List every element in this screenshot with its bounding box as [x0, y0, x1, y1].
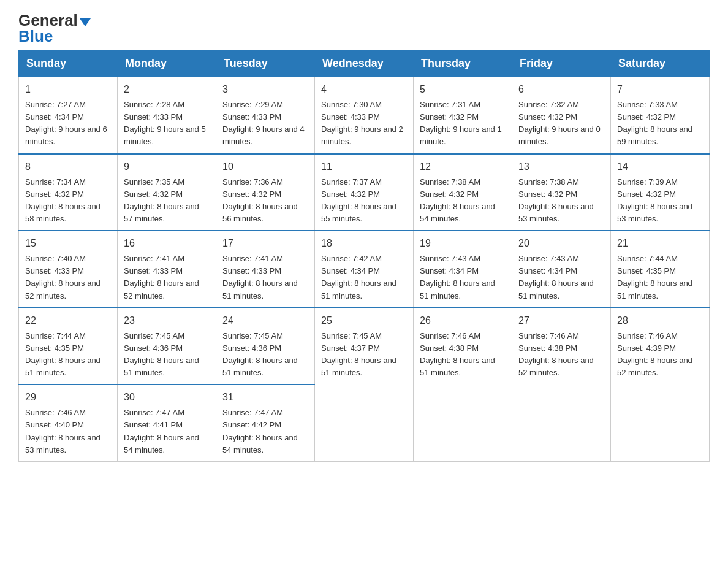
- day-number: 22: [25, 313, 111, 328]
- calendar-day-cell: 2 Sunrise: 7:28 AM Sunset: 4:33 PM Dayli…: [118, 77, 216, 154]
- day-info: Sunrise: 7:28 AM Sunset: 4:33 PM Dayligh…: [124, 99, 210, 148]
- day-number: 26: [420, 313, 506, 328]
- day-of-week-header: Saturday: [611, 51, 710, 77]
- calendar-day-cell: 20 Sunrise: 7:43 AM Sunset: 4:34 PM Dayl…: [512, 231, 611, 308]
- calendar-day-cell: 13 Sunrise: 7:38 AM Sunset: 4:32 PM Dayl…: [512, 154, 611, 231]
- day-of-week-header: Friday: [512, 51, 611, 77]
- day-number: 25: [321, 313, 407, 328]
- calendar-day-cell: 21 Sunrise: 7:44 AM Sunset: 4:35 PM Dayl…: [611, 231, 710, 308]
- calendar-table: SundayMondayTuesdayWednesdayThursdayFrid…: [18, 50, 710, 462]
- calendar-day-cell: 14 Sunrise: 7:39 AM Sunset: 4:32 PM Dayl…: [611, 154, 710, 231]
- day-info: Sunrise: 7:45 AM Sunset: 4:37 PM Dayligh…: [321, 330, 407, 380]
- calendar-day-cell: 24 Sunrise: 7:45 AM Sunset: 4:36 PM Dayl…: [216, 308, 315, 385]
- day-number: 1: [25, 82, 111, 97]
- calendar-day-cell: 26 Sunrise: 7:46 AM Sunset: 4:38 PM Dayl…: [414, 308, 512, 385]
- day-of-week-header: Sunday: [19, 51, 118, 77]
- calendar-day-cell: 29 Sunrise: 7:46 AM Sunset: 4:40 PM Dayl…: [19, 385, 118, 461]
- day-number: 3: [222, 82, 308, 97]
- calendar-empty-cell: [315, 385, 414, 461]
- calendar-header: SundayMondayTuesdayWednesdayThursdayFrid…: [19, 51, 710, 77]
- calendar-day-cell: 27 Sunrise: 7:46 AM Sunset: 4:38 PM Dayl…: [512, 308, 611, 385]
- calendar-day-cell: 18 Sunrise: 7:42 AM Sunset: 4:34 PM Dayl…: [315, 231, 414, 308]
- calendar-day-cell: 16 Sunrise: 7:41 AM Sunset: 4:33 PM Dayl…: [118, 231, 216, 308]
- calendar-day-cell: 15 Sunrise: 7:40 AM Sunset: 4:33 PM Dayl…: [19, 231, 118, 308]
- calendar-day-cell: 23 Sunrise: 7:45 AM Sunset: 4:36 PM Dayl…: [118, 308, 216, 385]
- day-number: 2: [124, 82, 210, 97]
- calendar-day-cell: 8 Sunrise: 7:34 AM Sunset: 4:32 PM Dayli…: [19, 154, 118, 231]
- calendar-day-cell: 7 Sunrise: 7:33 AM Sunset: 4:32 PM Dayli…: [611, 77, 710, 154]
- day-info: Sunrise: 7:38 AM Sunset: 4:32 PM Dayligh…: [518, 176, 604, 226]
- calendar-week-row: 15 Sunrise: 7:40 AM Sunset: 4:33 PM Dayl…: [19, 231, 710, 308]
- day-number: 7: [617, 82, 703, 97]
- day-number: 15: [25, 236, 111, 251]
- calendar-day-cell: 28 Sunrise: 7:46 AM Sunset: 4:39 PM Dayl…: [611, 308, 710, 385]
- day-number: 23: [124, 313, 210, 328]
- calendar-empty-cell: [414, 385, 512, 461]
- day-info: Sunrise: 7:42 AM Sunset: 4:34 PM Dayligh…: [321, 253, 407, 302]
- day-info: Sunrise: 7:46 AM Sunset: 4:38 PM Dayligh…: [420, 330, 506, 380]
- calendar-day-cell: 30 Sunrise: 7:47 AM Sunset: 4:41 PM Dayl…: [118, 385, 216, 461]
- calendar-day-cell: 4 Sunrise: 7:30 AM Sunset: 4:33 PM Dayli…: [315, 77, 414, 154]
- calendar-day-cell: 9 Sunrise: 7:35 AM Sunset: 4:32 PM Dayli…: [118, 154, 216, 231]
- calendar-day-cell: 5 Sunrise: 7:31 AM Sunset: 4:32 PM Dayli…: [414, 77, 512, 154]
- day-number: 21: [617, 236, 703, 251]
- day-of-week-header: Monday: [118, 51, 216, 77]
- day-info: Sunrise: 7:41 AM Sunset: 4:33 PM Dayligh…: [124, 253, 210, 302]
- day-info: Sunrise: 7:47 AM Sunset: 4:42 PM Dayligh…: [222, 407, 308, 456]
- day-info: Sunrise: 7:35 AM Sunset: 4:32 PM Dayligh…: [124, 176, 210, 226]
- logo-triangle-icon: [80, 18, 91, 26]
- day-info: Sunrise: 7:33 AM Sunset: 4:32 PM Dayligh…: [617, 99, 703, 148]
- day-info: Sunrise: 7:31 AM Sunset: 4:32 PM Dayligh…: [420, 99, 506, 148]
- day-info: Sunrise: 7:44 AM Sunset: 4:35 PM Dayligh…: [617, 253, 703, 302]
- calendar-day-cell: 6 Sunrise: 7:32 AM Sunset: 4:32 PM Dayli…: [512, 77, 611, 154]
- day-number: 18: [321, 236, 407, 251]
- calendar-day-cell: 3 Sunrise: 7:29 AM Sunset: 4:33 PM Dayli…: [216, 77, 315, 154]
- day-info: Sunrise: 7:47 AM Sunset: 4:41 PM Dayligh…: [124, 407, 210, 456]
- day-number: 31: [222, 390, 308, 405]
- day-number: 29: [25, 390, 111, 405]
- day-header-row: SundayMondayTuesdayWednesdayThursdayFrid…: [19, 51, 710, 77]
- day-info: Sunrise: 7:39 AM Sunset: 4:32 PM Dayligh…: [617, 176, 703, 226]
- page-header: General Blue: [18, 12, 710, 44]
- day-info: Sunrise: 7:43 AM Sunset: 4:34 PM Dayligh…: [518, 253, 604, 302]
- calendar-day-cell: 11 Sunrise: 7:37 AM Sunset: 4:32 PM Dayl…: [315, 154, 414, 231]
- calendar-body: 1 Sunrise: 7:27 AM Sunset: 4:34 PM Dayli…: [19, 77, 710, 461]
- calendar-week-row: 22 Sunrise: 7:44 AM Sunset: 4:35 PM Dayl…: [19, 308, 710, 385]
- day-number: 19: [420, 236, 506, 251]
- calendar-day-cell: 1 Sunrise: 7:27 AM Sunset: 4:34 PM Dayli…: [19, 77, 118, 154]
- day-number: 9: [124, 159, 210, 174]
- calendar-week-row: 8 Sunrise: 7:34 AM Sunset: 4:32 PM Dayli…: [19, 154, 710, 231]
- day-number: 17: [222, 236, 308, 251]
- day-info: Sunrise: 7:34 AM Sunset: 4:32 PM Dayligh…: [25, 176, 111, 226]
- day-of-week-header: Tuesday: [216, 51, 315, 77]
- day-number: 28: [617, 313, 703, 328]
- day-number: 5: [420, 82, 506, 97]
- day-info: Sunrise: 7:44 AM Sunset: 4:35 PM Dayligh…: [25, 330, 111, 380]
- day-of-week-header: Thursday: [414, 51, 512, 77]
- day-number: 30: [124, 390, 210, 405]
- calendar-day-cell: 10 Sunrise: 7:36 AM Sunset: 4:32 PM Dayl…: [216, 154, 315, 231]
- day-number: 11: [321, 159, 407, 174]
- day-info: Sunrise: 7:32 AM Sunset: 4:32 PM Dayligh…: [518, 99, 604, 148]
- day-of-week-header: Wednesday: [315, 51, 414, 77]
- day-number: 16: [124, 236, 210, 251]
- logo-blue-text: Blue: [18, 28, 53, 44]
- day-number: 8: [25, 159, 111, 174]
- day-info: Sunrise: 7:29 AM Sunset: 4:33 PM Dayligh…: [222, 99, 308, 148]
- day-info: Sunrise: 7:46 AM Sunset: 4:40 PM Dayligh…: [25, 407, 111, 456]
- day-number: 6: [518, 82, 604, 97]
- calendar-week-row: 29 Sunrise: 7:46 AM Sunset: 4:40 PM Dayl…: [19, 385, 710, 461]
- day-info: Sunrise: 7:41 AM Sunset: 4:33 PM Dayligh…: [222, 253, 308, 302]
- calendar-day-cell: 17 Sunrise: 7:41 AM Sunset: 4:33 PM Dayl…: [216, 231, 315, 308]
- day-number: 20: [518, 236, 604, 251]
- calendar-day-cell: 31 Sunrise: 7:47 AM Sunset: 4:42 PM Dayl…: [216, 385, 315, 461]
- day-number: 10: [222, 159, 308, 174]
- calendar-day-cell: 22 Sunrise: 7:44 AM Sunset: 4:35 PM Dayl…: [19, 308, 118, 385]
- day-number: 14: [617, 159, 703, 174]
- day-info: Sunrise: 7:30 AM Sunset: 4:33 PM Dayligh…: [321, 99, 407, 148]
- day-info: Sunrise: 7:38 AM Sunset: 4:32 PM Dayligh…: [420, 176, 506, 226]
- day-number: 13: [518, 159, 604, 174]
- day-number: 12: [420, 159, 506, 174]
- day-info: Sunrise: 7:45 AM Sunset: 4:36 PM Dayligh…: [222, 330, 308, 380]
- day-info: Sunrise: 7:40 AM Sunset: 4:33 PM Dayligh…: [25, 253, 111, 302]
